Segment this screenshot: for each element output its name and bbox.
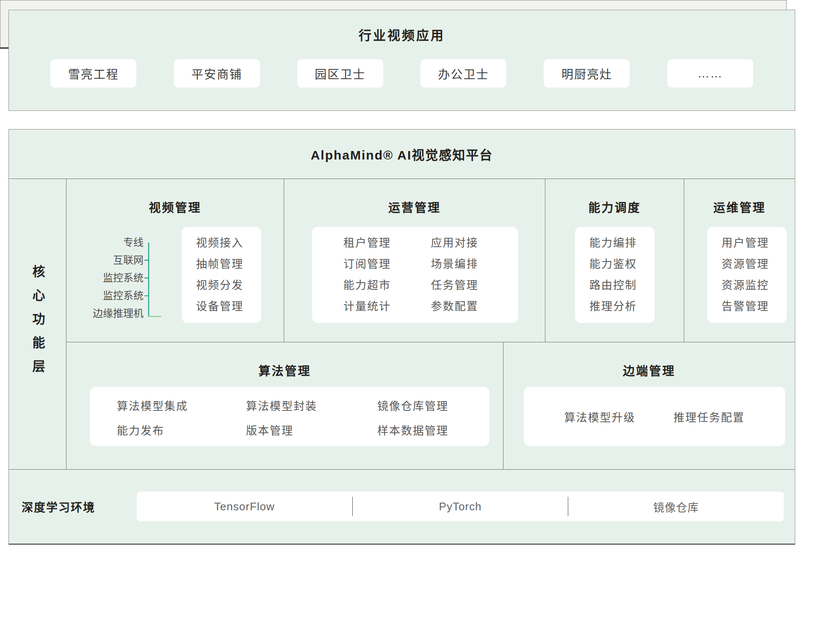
capability-item: 能力鉴权 [589, 253, 655, 275]
core-row-1: 视频管理 专线 互联网 监控系统 监控系统 边缘推理机 [66, 179, 795, 342]
section-maintenance-management: 运维管理 用户管理 资源管理 资源监控 告警管理 [684, 179, 795, 342]
maintenance-item: 资源监控 [722, 275, 787, 296]
capability-item: 推理分析 [589, 296, 655, 317]
video-source: 监控系统 [66, 269, 144, 287]
capability-scheduling-title: 能力调度 [545, 198, 684, 215]
operation-item: 场景编排 [431, 253, 519, 275]
algorithm-management-box: 算法模型集成 算法模型封装 镜像仓库管理 能力发布 版本管理 样本数据管理 [90, 387, 489, 446]
edge-management-title: 边端管理 [503, 362, 795, 379]
edge-item: 推理任务配置 [674, 409, 745, 424]
app-chip-bangong: 办公卫士 [420, 59, 506, 88]
algorithm-item: 算法模型集成 [117, 397, 246, 416]
edge-item: 算法模型升级 [564, 409, 635, 424]
app-chip-mingchu: 明厨亮灶 [544, 59, 630, 88]
capability-item: 路由控制 [589, 275, 655, 296]
app-chip-more: …… [667, 59, 753, 88]
video-source: 互联网 [66, 251, 144, 269]
maintenance-management-box: 用户管理 资源管理 资源监控 告警管理 [707, 227, 787, 323]
section-video-management: 视频管理 专线 互联网 监控系统 监控系统 边缘推理机 [66, 179, 284, 342]
app-chip-yuanqu: 园区卫士 [297, 59, 383, 88]
operation-item: 任务管理 [431, 275, 519, 296]
video-source: 边缘推理机 [66, 305, 144, 322]
industry-apps-row: 雪亮工程 平安商铺 园区卫士 办公卫士 明厨亮灶 …… [9, 59, 795, 88]
core-function-layer: 核心功能层 视频管理 专线 互联网 监控系统 监控系统 边缘推理机 [9, 179, 795, 544]
operation-management-title: 运营管理 [284, 198, 545, 215]
dl-item-tensorflow: TensorFlow [137, 500, 352, 513]
deep-learning-label: 深度学习环境 [22, 470, 95, 544]
app-chip-pingan: 平安商铺 [174, 59, 260, 88]
platform-title: AlphaMind® AI视觉感知平台 [9, 129, 795, 179]
video-item: 抽帧管理 [196, 253, 261, 275]
architecture-diagram: 行业视频应用 雪亮工程 平安商铺 园区卫士 办公卫士 明厨亮灶 …… Alpha… [0, 0, 813, 644]
core-layer-label: 核心功能层 [28, 265, 47, 383]
operation-column-1: 租户管理 订阅管理 能力超市 计量统计 [343, 232, 431, 323]
industry-apps-title: 行业视频应用 [9, 10, 795, 44]
deep-learning-bar: TensorFlow PyTorch 镜像仓库 [137, 492, 784, 521]
edge-management-box: 算法模型升级 推理任务配置 [524, 387, 785, 446]
operation-item: 能力超市 [343, 275, 431, 296]
video-source: 监控系统 [66, 287, 144, 305]
maintenance-item: 用户管理 [722, 232, 787, 253]
algorithm-item: 镜像仓库管理 [377, 397, 489, 416]
connector-lines [144, 234, 183, 329]
section-capability-scheduling: 能力调度 能力编排 能力鉴权 路由控制 推理分析 [545, 179, 684, 342]
video-item: 视频接入 [196, 232, 261, 253]
maintenance-management-title: 运维管理 [684, 198, 795, 215]
operation-item: 订阅管理 [343, 253, 431, 275]
maintenance-item: 告警管理 [722, 296, 787, 317]
platform-panel: AlphaMind® AI视觉感知平台 核心功能层 视频管理 专线 互联网 监控… [8, 129, 795, 545]
dl-item-pytorch: PyTorch [353, 500, 568, 513]
section-edge-management: 边端管理 算法模型升级 推理任务配置 [503, 342, 795, 469]
algorithm-item: 能力发布 [117, 421, 246, 440]
video-sources: 专线 互联网 监控系统 监控系统 边缘推理机 [66, 234, 144, 322]
video-item: 设备管理 [196, 296, 261, 317]
operation-item: 计量统计 [343, 296, 431, 317]
core-row-2: 算法管理 算法模型集成 算法模型封装 镜像仓库管理 能力发布 版本管理 样本数据… [66, 342, 795, 469]
video-source: 专线 [66, 234, 144, 251]
capability-item: 能力编排 [589, 232, 655, 253]
dl-item-registry: 镜像仓库 [568, 499, 784, 515]
algorithm-item: 样本数据管理 [377, 421, 489, 440]
operation-item: 参数配置 [431, 296, 519, 317]
algorithm-item: 算法模型封装 [246, 397, 377, 416]
capability-scheduling-box: 能力编排 能力鉴权 路由控制 推理分析 [575, 227, 655, 323]
algorithm-item: 版本管理 [246, 421, 377, 440]
video-item: 视频分发 [196, 275, 261, 296]
deep-learning-row: 深度学习环境 TensorFlow PyTorch 镜像仓库 [9, 470, 795, 544]
industry-apps-panel: 行业视频应用 雪亮工程 平安商铺 园区卫士 办公卫士 明厨亮灶 …… [8, 10, 795, 111]
section-operation-management: 运营管理 租户管理 订阅管理 能力超市 计量统计 应用对接 场景编排 任务管理 [284, 179, 545, 342]
app-chip-xueliang: 雪亮工程 [50, 59, 136, 88]
operation-item: 应用对接 [431, 232, 519, 253]
core-layer-label-column: 核心功能层 [9, 179, 66, 469]
video-management-box: 视频接入 抽帧管理 视频分发 设备管理 [182, 227, 261, 323]
algorithm-management-title: 算法管理 [66, 362, 503, 379]
video-management-title: 视频管理 [66, 198, 284, 215]
operation-column-2: 应用对接 场景编排 任务管理 参数配置 [431, 232, 519, 323]
operation-item: 租户管理 [343, 232, 431, 253]
maintenance-item: 资源管理 [722, 253, 787, 275]
section-algorithm-management: 算法管理 算法模型集成 算法模型封装 镜像仓库管理 能力发布 版本管理 样本数据… [66, 342, 503, 469]
operation-management-box: 租户管理 订阅管理 能力超市 计量统计 应用对接 场景编排 任务管理 参数配置 [312, 227, 518, 323]
